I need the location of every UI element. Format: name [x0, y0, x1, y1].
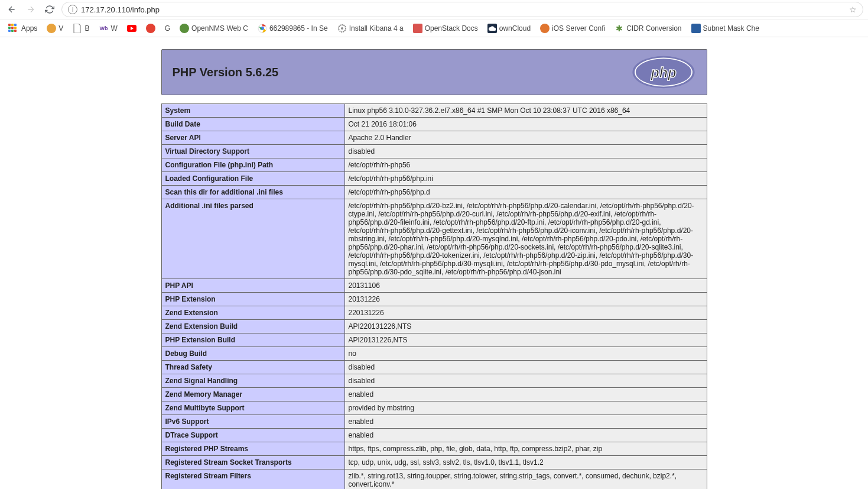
config-key: DTrace Support: [161, 429, 344, 442]
config-key: Additional .ini files parsed: [161, 199, 344, 279]
table-row: Zend Signal Handlingdisabled: [161, 374, 707, 388]
config-value: API220131226,NTS: [344, 320, 707, 333]
svg-text:php: php: [650, 65, 676, 80]
config-value: /etc/opt/rh/rh-php56/php.d: [344, 186, 707, 199]
gear-icon: [337, 24, 347, 33]
square-icon: [691, 24, 701, 33]
config-value: enabled: [344, 429, 707, 442]
apps-button[interactable]: Apps: [5, 22, 41, 35]
config-value: 220131226: [344, 306, 707, 320]
table-row: Registered PHP Streamshttps, ftps, compr…: [161, 442, 707, 456]
config-value: disabled: [344, 374, 707, 388]
bookmark-label: CIDR Conversion: [626, 24, 681, 33]
config-value: /etc/opt/rh/rh-php56/php.ini: [344, 172, 707, 186]
table-row: Zend Multibyte Supportprovided by mbstri…: [161, 401, 707, 415]
bookmark-item[interactable]: OpenStack Docs: [409, 22, 482, 35]
bookmark-label: OpenStack Docs: [425, 24, 478, 33]
apps-icon: [8, 24, 18, 33]
bookmark-item[interactable]: WbW: [95, 22, 121, 35]
bookmark-item[interactable]: [142, 22, 159, 35]
url-text: 172.17.20.110/info.php: [81, 5, 844, 14]
table-row: Zend Extension220131226: [161, 306, 707, 320]
config-key: Registered PHP Streams: [161, 442, 344, 456]
php-logo: php: [631, 55, 696, 89]
table-row: PHP Extension BuildAPI20131226,NTS: [161, 333, 707, 347]
config-value: API20131226,NTS: [344, 333, 707, 347]
table-row: Configuration File (php.ini) Path/etc/op…: [161, 158, 707, 172]
bookmark-star-icon[interactable]: ☆: [849, 5, 857, 14]
bookmark-item[interactable]: iOS Server Confi: [537, 22, 609, 35]
bookmark-item[interactable]: Install Kibana 4 a: [334, 22, 407, 35]
config-value: enabled: [344, 388, 707, 401]
bookmark-label: ownCloud: [499, 24, 531, 33]
config-value: provided by mbstring: [344, 401, 707, 415]
youtube-icon: [127, 24, 136, 33]
back-button[interactable]: [5, 2, 19, 17]
config-value: enabled: [344, 415, 707, 429]
bookmark-item[interactable]: ownCloud: [484, 22, 534, 35]
config-key: Scan this dir for additional .ini files: [161, 186, 344, 199]
reload-button[interactable]: [43, 2, 57, 17]
table-row: IPv6 Supportenabled: [161, 415, 707, 429]
config-key: PHP Extension: [161, 293, 344, 306]
forward-button[interactable]: [24, 2, 38, 17]
phpinfo-header: PHP Version 5.6.25 php: [161, 49, 707, 95]
arrow-right-icon: [26, 5, 35, 14]
table-row: Zend Memory Managerenabled: [161, 388, 707, 401]
config-key: Configuration File (php.ini) Path: [161, 158, 344, 172]
config-value: tcp, udp, unix, udg, ssl, sslv3, sslv2, …: [344, 456, 707, 469]
config-key: Zend Extension Build: [161, 320, 344, 333]
bookmark-label: iOS Server Confi: [552, 24, 605, 33]
circle-icon: [146, 24, 155, 33]
bookmark-item[interactable]: [123, 22, 140, 35]
phpinfo-table: SystemLinux php56 3.10.0-327.36.2.el7.x8…: [161, 103, 707, 489]
document-icon: [73, 24, 82, 33]
config-key: Loaded Configuration File: [161, 172, 344, 186]
bookmark-item[interactable]: B: [69, 22, 93, 35]
table-row: Registered Stream Socket Transportstcp, …: [161, 456, 707, 469]
nav-bar: i 172.17.20.110/info.php ☆: [0, 0, 868, 19]
config-value: no: [344, 347, 707, 361]
bookmark-label: B: [84, 24, 89, 33]
page-content: PHP Version 5.6.25 php SystemLinux php56…: [0, 37, 868, 489]
config-value: Linux php56 3.10.0-327.36.2.el7.x86_64 #…: [344, 104, 707, 118]
bookmark-label: 662989865 - In Se: [269, 24, 328, 33]
table-row: Scan this dir for additional .ini files/…: [161, 186, 707, 199]
site-info-icon[interactable]: i: [68, 5, 77, 14]
table-row: Loaded Configuration File/etc/opt/rh/rh-…: [161, 172, 707, 186]
config-key: Virtual Directory Support: [161, 145, 344, 158]
bookmark-label: Subnet Mask Che: [703, 24, 759, 33]
bookmark-item[interactable]: ✱CIDR Conversion: [611, 22, 685, 35]
bookmark-label: V: [58, 24, 63, 33]
php-version-title: PHP Version 5.6.25: [173, 66, 279, 79]
table-row: Registered Stream Filterszlib.*, string.…: [161, 469, 707, 490]
bookmark-item[interactable]: 662989865 - In Se: [254, 22, 331, 35]
table-row: Thread Safetydisabled: [161, 361, 707, 374]
table-row: Build DateOct 21 2016 18:01:06: [161, 118, 707, 131]
config-key: Zend Multibyte Support: [161, 401, 344, 415]
circle-icon: [540, 24, 550, 33]
bookmark-label: W: [110, 24, 117, 33]
circle-icon: [47, 24, 56, 33]
square-icon: [413, 24, 422, 33]
table-row: Debug Buildno: [161, 347, 707, 361]
config-key: System: [161, 104, 344, 118]
url-bar[interactable]: i 172.17.20.110/info.php ☆: [61, 2, 863, 17]
bookmark-label: Install Kibana 4 a: [349, 24, 404, 33]
config-value: disabled: [344, 145, 707, 158]
config-key: PHP Extension Build: [161, 333, 344, 347]
bookmark-item[interactable]: V: [43, 22, 67, 35]
bookmark-item[interactable]: Subnet Mask Che: [688, 22, 763, 35]
config-value: 20131226: [344, 293, 707, 306]
bookmark-item[interactable]: G: [161, 22, 174, 34]
bookmark-item[interactable]: OpenNMS Web C: [176, 22, 252, 35]
config-value: /etc/opt/rh/rh-php56/php.d/20-bz2.ini, /…: [344, 199, 707, 279]
config-key: PHP API: [161, 279, 344, 293]
circle-icon: [180, 24, 189, 33]
bookmarks-bar: AppsVBWbWGOpenNMS Web C662989865 - In Se…: [0, 19, 868, 37]
table-row: Virtual Directory Supportdisabled: [161, 145, 707, 158]
browser-chrome: i 172.17.20.110/info.php ☆ AppsVBWbWGOpe…: [0, 0, 868, 37]
config-key: Debug Build: [161, 347, 344, 361]
table-row: DTrace Supportenabled: [161, 429, 707, 442]
config-key: Thread Safety: [161, 361, 344, 374]
